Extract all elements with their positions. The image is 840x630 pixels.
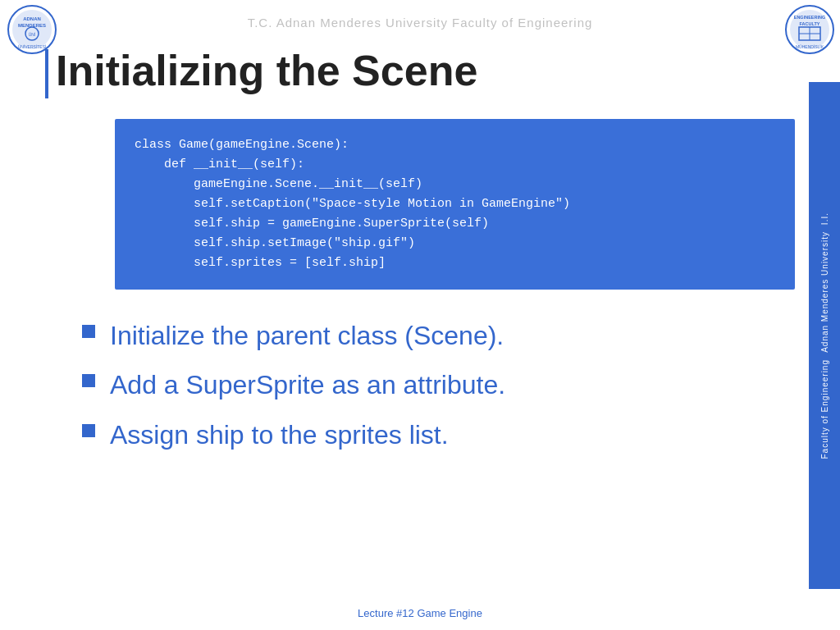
sidebar-text-3: Faculty of Engineering (820, 359, 829, 459)
right-sidebar: I.I. Adnan Menderes University Faculty o… (809, 82, 840, 589)
bullet-text: Assign ship to the sprites list. (110, 419, 449, 450)
bullet-square-icon (82, 325, 95, 338)
bullet-item: Add a SuperSprite as an attribute. (82, 369, 795, 400)
logo-right: ENGINEERING FACULTY MÜHENDİSLİK (784, 4, 833, 53)
svg-text:ÜNİVERSİTESİ: ÜNİVERSİTESİ (18, 44, 47, 49)
header-title: T.C. Adnan Menderes University Faculty o… (248, 16, 593, 30)
footer: Lecture #12 Game Engine (0, 605, 840, 620)
logo-left: ADNAN MENDERES ÜNİ ÜNİVERSİTESİ (7, 4, 56, 53)
bullet-square-icon (82, 424, 95, 437)
bullet-text: Add a SuperSprite as an attribute. (110, 369, 505, 400)
bullet-square-icon (82, 374, 95, 387)
bullet-text: Initialize the parent class (Scene). (110, 320, 504, 351)
sidebar-text-1: I.I. (820, 212, 829, 225)
svg-text:ADNAN: ADNAN (23, 16, 41, 21)
svg-text:MÜHENDİSLİK: MÜHENDİSLİK (796, 44, 824, 49)
slide-title: Initializing the Scene (56, 48, 477, 94)
left-blue-bar (45, 49, 48, 98)
sidebar-text-2: Adnan Menderes University (820, 231, 829, 353)
bullet-list: Initialize the parent class (Scene).Add … (82, 320, 795, 468)
svg-text:ÜNİ: ÜNİ (29, 32, 36, 37)
bullet-item: Assign ship to the sprites list. (82, 419, 795, 450)
footer-text: Lecture #12 Game Engine (358, 607, 482, 619)
header: T.C. Adnan Menderes University Faculty o… (0, 0, 840, 45)
code-content: class Game(gameEngine.Scene): def __init… (135, 135, 775, 273)
svg-text:ENGINEERING: ENGINEERING (794, 15, 826, 20)
code-block: class Game(gameEngine.Scene): def __init… (115, 119, 795, 290)
bullet-item: Initialize the parent class (Scene). (82, 320, 795, 351)
svg-text:FACULTY: FACULTY (800, 21, 820, 26)
